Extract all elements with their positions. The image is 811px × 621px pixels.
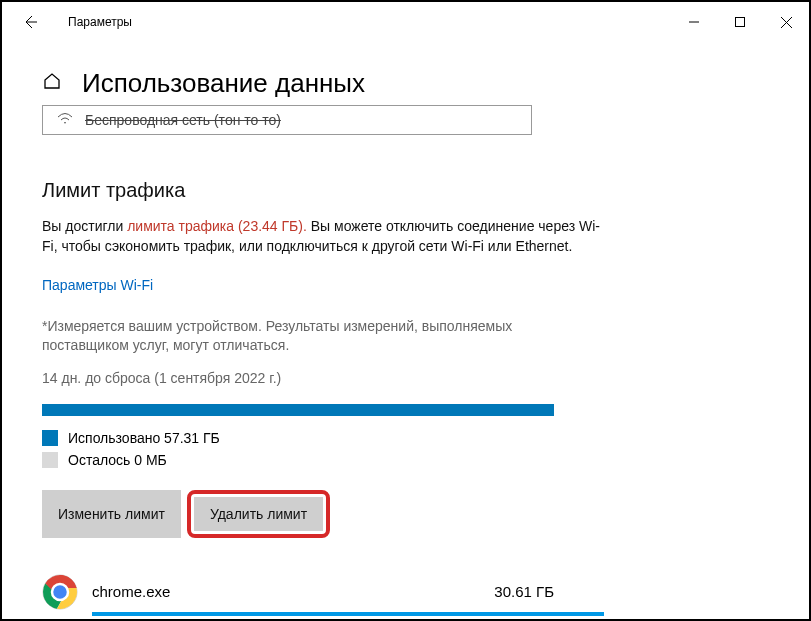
measurement-footnote: *Измеряется вашим устройством. Результат… bbox=[42, 317, 602, 356]
network-name: Беспроводная сеть (тон то то) bbox=[85, 112, 281, 128]
remaining-label: Осталось 0 МБ bbox=[68, 452, 167, 468]
limit-heading: Лимит трафика bbox=[42, 179, 602, 202]
minimize-icon bbox=[689, 17, 699, 27]
usage-bar bbox=[42, 404, 554, 416]
wifi-settings-link[interactable]: Параметры Wi-Fi bbox=[42, 277, 153, 293]
legend-used: Использовано 57.31 ГБ bbox=[42, 430, 602, 446]
usage-legend: Использовано 57.31 ГБ Осталось 0 МБ bbox=[42, 430, 602, 468]
limit-buttons: Изменить лимит Удалить лимит bbox=[42, 490, 602, 538]
app-size: 30.61 ГБ bbox=[494, 583, 554, 600]
maximize-icon bbox=[735, 17, 745, 27]
reset-info: 14 дн. до сброса (1 сентября 2022 г.) bbox=[42, 370, 602, 386]
minimize-button[interactable] bbox=[671, 4, 717, 40]
remove-limit-button[interactable]: Удалить лимит bbox=[194, 497, 323, 531]
used-label: Использовано 57.31 ГБ bbox=[68, 430, 220, 446]
app-usage-bar bbox=[92, 612, 604, 616]
app-row-chrome: chrome.exe 30.61 ГБ bbox=[42, 574, 554, 610]
svg-rect-1 bbox=[736, 18, 745, 27]
window-controls bbox=[671, 4, 809, 40]
limit-value: лимита трафика (23.44 ГБ). bbox=[127, 218, 307, 234]
app-name: chrome.exe bbox=[92, 583, 480, 600]
maximize-button[interactable] bbox=[717, 4, 763, 40]
network-selector[interactable]: Беспроводная сеть (тон то то) bbox=[42, 105, 532, 135]
swatch-used-icon bbox=[42, 430, 58, 446]
page-title: Использование данных bbox=[82, 68, 365, 99]
limit-message: Вы достигли лимита трафика (23.44 ГБ). В… bbox=[42, 216, 602, 257]
swatch-remaining-icon bbox=[42, 452, 58, 468]
window-title: Параметры bbox=[68, 15, 132, 29]
arrow-left-icon bbox=[22, 14, 38, 30]
remove-limit-highlight: Удалить лимит bbox=[187, 490, 330, 538]
limit-section: Лимит трафика Вы достигли лимита трафика… bbox=[42, 179, 602, 616]
home-icon[interactable] bbox=[42, 71, 62, 96]
close-button[interactable] bbox=[763, 4, 809, 40]
titlebar: Параметры bbox=[2, 2, 809, 42]
page-header: Использование данных bbox=[42, 68, 779, 99]
chrome-icon bbox=[42, 574, 78, 610]
legend-remaining: Осталось 0 МБ bbox=[42, 452, 602, 468]
close-icon bbox=[781, 17, 792, 28]
change-limit-button[interactable]: Изменить лимит bbox=[42, 490, 181, 538]
back-button[interactable] bbox=[12, 4, 48, 40]
content: Использование данных Беспроводная сеть (… bbox=[2, 68, 809, 616]
wifi-icon bbox=[57, 112, 73, 128]
